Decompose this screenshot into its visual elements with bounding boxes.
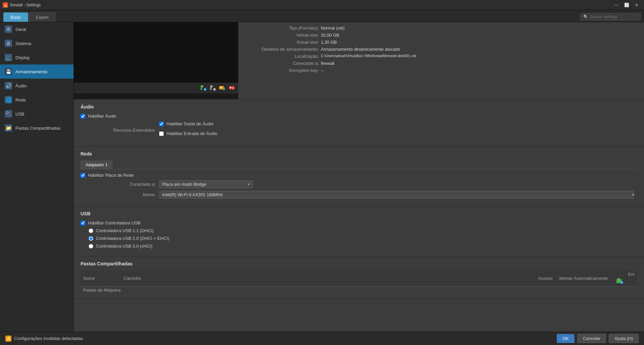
nome-row: Nome: Intel(R) Wi-Fi 6 AX201 160MHz ▼ xyxy=(81,191,637,199)
add-storage-button[interactable]: + xyxy=(199,84,207,92)
search-input[interactable] xyxy=(590,14,637,19)
main-layout: ⚙ Geral 🖥 Sistema 📺 Display 💾 Armazename… xyxy=(0,22,644,332)
minimize-button[interactable]: — xyxy=(612,1,621,9)
network-tab-1[interactable]: Adaptador 1 xyxy=(81,161,112,169)
sidebar-label-geral: Geral xyxy=(15,27,26,32)
habilitar-entrada-label: Habilitar Entrada de Áudio xyxy=(166,131,217,136)
usb30-label: Controladora USB 3.0 (xHCI) xyxy=(96,244,152,249)
encryption-row: Encryption key: -- xyxy=(245,68,637,73)
conectado-select[interactable]: Placa em modo Bridge NAT Rede Interna Ad… xyxy=(159,180,253,188)
habilitar-entrada-checkbox[interactable] xyxy=(159,131,164,136)
audio-icon: 🔊 xyxy=(5,82,12,89)
storage-preview: + − xyxy=(74,22,238,99)
ajuda-button[interactable]: Ajuda (H) xyxy=(609,334,639,343)
virtual-size-value: 32,00 GB xyxy=(321,33,339,38)
usb30-radio[interactable] xyxy=(89,244,93,249)
usb-icon: 🔌 xyxy=(5,110,12,118)
usb20-row: Controladora USB 2.0 (OHCI + EHCI) xyxy=(89,236,637,241)
sidebar-label-pastas: Pastas Compartilhadas xyxy=(15,126,60,131)
tab-basic[interactable]: Basic xyxy=(3,12,28,22)
usb30-row: Controladora USB 3.0 (xHCI) xyxy=(89,244,637,249)
col-caminho-header: Caminho xyxy=(123,276,532,281)
usb20-radio[interactable] xyxy=(89,236,93,241)
habilitar-saida-row: Habilitar Saída de Áudio xyxy=(159,121,217,126)
sidebar-label-sistema: Sistema xyxy=(15,41,31,46)
recursos-label: Recursos Estendidos: xyxy=(89,128,156,133)
sidebar-item-audio[interactable]: 🔊 Áudio xyxy=(0,79,73,93)
pastas-icon: 📁 xyxy=(5,124,12,132)
habilitar-placa-row: Habilitar Placa de Rede xyxy=(81,173,637,178)
ok-button[interactable]: OK xyxy=(557,334,575,343)
svg-rect-9 xyxy=(220,87,222,88)
sistema-icon: 🖥 xyxy=(5,40,12,47)
usb11-radio[interactable] xyxy=(89,228,93,233)
search-settings-container: 🔍 xyxy=(580,13,641,20)
svg-rect-15 xyxy=(617,278,620,279)
usb-section-title: USB xyxy=(81,211,637,216)
tipo-label: Tipo (Formato): xyxy=(245,26,319,31)
remove-storage-button[interactable]: − xyxy=(209,84,217,92)
svg-rect-12 xyxy=(230,87,232,88)
pastas-section: Pastas Compartilhadas Nome Caminho Acess… xyxy=(74,256,644,299)
status-bar: ⚠ Configurações inválidas detectadas xyxy=(5,336,83,342)
sidebar-item-usb[interactable]: 🔌 USB xyxy=(0,107,73,121)
habilitar-placa-label: Habilitar Placa de Rede xyxy=(88,173,134,178)
sidebar-item-display[interactable]: 📺 Display xyxy=(0,50,73,64)
habilitar-saida-checkbox[interactable] xyxy=(159,122,164,126)
detalhes-value: Armazenamento dinamicamente alocado xyxy=(321,47,400,52)
search-icon: 🔍 xyxy=(583,14,588,19)
col-montar-header: Montar Automaticamente xyxy=(559,276,614,281)
sidebar-item-armazenamento[interactable]: 💾 Armazenamento xyxy=(0,64,73,79)
disk-visual xyxy=(74,22,238,83)
armazenamento-icon: 💾 xyxy=(5,68,12,75)
sidebar-label-usb: USB xyxy=(15,112,24,117)
habilitar-placa-checkbox[interactable] xyxy=(81,173,85,178)
svg-rect-4 xyxy=(210,87,211,90)
rede-section: Rede Adaptador 1 Habilitar Placa de Rede… xyxy=(74,146,644,206)
habilitar-audio-row: Habilitar Áudio xyxy=(81,114,637,119)
tipo-value: Normal (vdi) xyxy=(321,26,345,31)
cancelar-button[interactable]: Cancelar xyxy=(577,334,606,343)
sidebar-label-audio: Áudio xyxy=(15,83,27,88)
nome-select[interactable]: Intel(R) Wi-Fi 6 AX201 160MHz xyxy=(159,191,634,199)
sidebar-label-rede: Rede xyxy=(15,97,26,102)
svg-rect-5 xyxy=(210,85,213,87)
usb11-label: Controladora USB 1.1 (OHCI) xyxy=(96,228,154,233)
detalhes-label: Detalhes de armazenamento: xyxy=(245,47,319,52)
add-folder-button[interactable]: + xyxy=(616,277,624,285)
habilitar-usb-row: Habilitar Controladora USB xyxy=(81,220,637,225)
habilitar-saida-label: Habilitar Saída de Áudio xyxy=(166,121,213,126)
svg-text:+: + xyxy=(204,88,206,91)
actual-size-label: Actual size: xyxy=(245,40,319,45)
sidebar-item-sistema[interactable]: 🖥 Sistema xyxy=(0,36,73,50)
usb20-label: Controladora USB 2.0 (OHCI + EHCI) xyxy=(96,236,169,241)
recursos-row: Recursos Estendidos: Habilitar Saída de … xyxy=(81,121,637,139)
tipo-row: Tipo (Formato): Normal (vdi) xyxy=(245,26,637,31)
virtual-size-row: Virtual size: 32,00 GB xyxy=(245,33,637,38)
virtual-disk-button[interactable] xyxy=(218,84,226,92)
rede-icon: 🌐 xyxy=(5,96,12,103)
conectado-a-row: Conectado a: Placa em modo Bridge NAT Re… xyxy=(81,180,637,188)
sidebar-item-pastas[interactable]: 📁 Pastas Compartilhadas xyxy=(0,121,73,135)
shared-table-header: Nome Caminho Acesso Montar Automaticamen… xyxy=(81,270,637,287)
sidebar-item-rede[interactable]: 🌐 Rede xyxy=(0,93,73,107)
habilitar-usb-checkbox[interactable] xyxy=(81,221,85,225)
restore-button[interactable]: ⬜ xyxy=(622,1,631,9)
bottom-bar: ⚠ Configurações inválidas detectadas OK … xyxy=(0,332,644,345)
habilitar-audio-checkbox[interactable] xyxy=(81,114,85,119)
sidebar-item-geral[interactable]: ⚙ Geral xyxy=(0,22,73,36)
svg-rect-10 xyxy=(223,87,225,90)
conectado-a-label: Conectado a: xyxy=(89,182,156,187)
display-icon: 📺 xyxy=(5,54,12,61)
virtual-size-label: Virtual size: xyxy=(245,33,319,38)
geral-icon: ⚙ xyxy=(5,26,12,33)
close-button[interactable]: ✕ xyxy=(632,1,641,9)
storage-section-top: + − Tipo (Formato): Normal (vdi) xyxy=(74,22,644,99)
rede-section-title: Rede xyxy=(81,151,637,157)
detalhes-row: Detalhes de armazenamento: Armazenamento… xyxy=(245,47,637,52)
conectado-label: Conectado a: xyxy=(245,61,319,66)
nome-select-wrapper: Intel(R) Wi-Fi 6 AX201 160MHz ▼ xyxy=(159,191,637,199)
tab-expert[interactable]: Expert xyxy=(29,12,56,22)
cd-button[interactable] xyxy=(228,84,236,92)
localizacao-value: C:\Users\abcal\VirtualBox VMs\firewall\f… xyxy=(321,54,416,59)
